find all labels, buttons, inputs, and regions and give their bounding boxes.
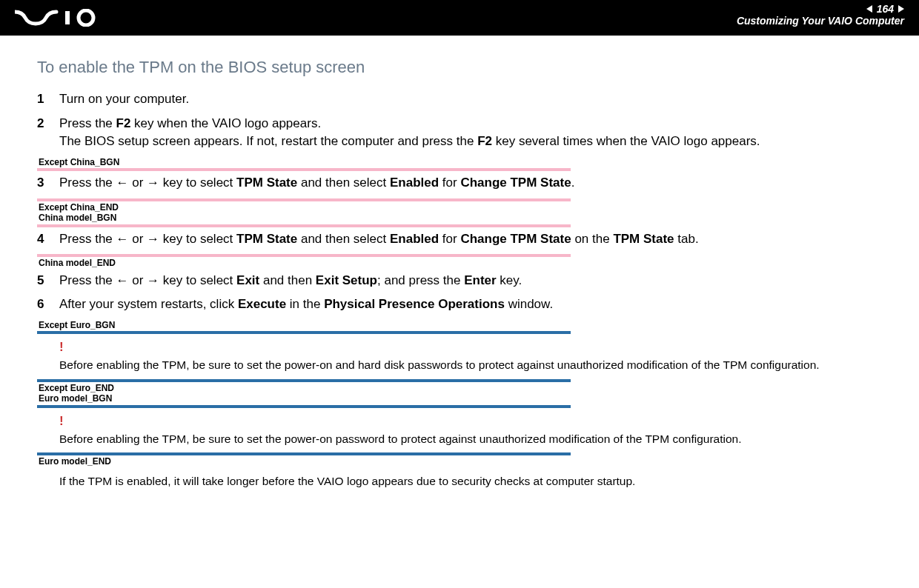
text: or: [129, 232, 147, 246]
header-right: 164 Customizing Your VAIO Computer: [737, 3, 904, 27]
bold: Enabled: [390, 232, 439, 246]
warning-icon: !: [59, 338, 882, 356]
text: key several times when the VAIO logo app…: [492, 134, 760, 148]
warning-text: Before enabling the TPM, be sure to set …: [59, 357, 882, 373]
document-body: To enable the TPM on the BIOS setup scre…: [0, 36, 919, 488]
text: for: [439, 176, 460, 190]
info-note: If the TPM is enabled, it will take long…: [59, 475, 882, 488]
marker-except-euro-end: Except Euro_END Euro model_BGN: [37, 379, 882, 408]
marker-label: Except Euro_END: [39, 383, 882, 393]
marker-except-euro-bgn: Except Euro_BGN: [37, 320, 882, 334]
bold: Exit Setup: [316, 273, 377, 287]
marker-except-china-bgn: Except China_BGN: [37, 157, 882, 171]
marker-label: China model_BGN: [39, 213, 882, 223]
page-heading: To enable the TPM on the BIOS setup scre…: [37, 58, 882, 77]
divider-blue: [37, 379, 571, 382]
step-text: Press the ← or → key to select Exit and …: [59, 272, 882, 290]
marker-except-china-end: Except China_END China model_BGN: [37, 198, 882, 227]
text: .: [571, 176, 575, 190]
step-text: Press the ← or → key to select TPM State…: [59, 174, 882, 193]
step-2: 2 Press the F2 key when the VAIO logo ap…: [37, 115, 882, 151]
marker-label: Except China_END: [39, 202, 882, 213]
step-6: 6 After your system restarts, click Exec…: [37, 295, 882, 314]
step-text: Turn on your computer.: [59, 90, 882, 109]
bold: Change TPM State: [460, 176, 571, 190]
document-header: 164 Customizing Your VAIO Computer: [0, 0, 919, 36]
step-number: 2: [37, 115, 59, 151]
marker-label: China model_END: [39, 258, 882, 268]
text: window.: [505, 297, 553, 311]
step-number: 3: [37, 174, 59, 193]
bold: Execute: [238, 297, 286, 311]
divider-blue: [37, 405, 571, 408]
right-arrow-icon: →: [147, 273, 159, 287]
divider-pink: [37, 168, 571, 171]
vaio-logo: [15, 9, 111, 27]
text: in the: [286, 297, 324, 311]
text: Press the: [59, 273, 116, 287]
marker-label: Except China_BGN: [39, 157, 882, 167]
text: key to select: [159, 273, 236, 287]
text: and then select: [297, 232, 390, 246]
text: key to select: [159, 232, 236, 246]
text: Press the: [59, 232, 116, 246]
marker-euro-model-end: Euro model_END: [37, 452, 882, 467]
step-number: 1: [37, 90, 59, 109]
text: Press the: [59, 116, 116, 130]
left-arrow-icon: ←: [116, 273, 129, 287]
text: key when the VAIO logo appears.: [130, 116, 321, 130]
page-number: 164: [877, 3, 894, 15]
key-f2: F2: [116, 116, 131, 130]
bold: TPM State: [236, 176, 297, 190]
warning-text: Before enabling the TPM, be sure to set …: [59, 431, 882, 447]
divider-pink: [37, 198, 571, 201]
left-arrow-icon: ←: [116, 232, 129, 246]
prev-page-icon[interactable]: [866, 5, 872, 13]
section-title: Customizing Your VAIO Computer: [737, 15, 904, 27]
text: tab.: [674, 232, 699, 246]
warning-2: ! Before enabling the TPM, be sure to se…: [59, 412, 882, 447]
page-nav: 164: [737, 3, 904, 15]
marker-label: Except Euro_BGN: [39, 320, 882, 330]
divider-blue: [37, 452, 571, 455]
key-f2: F2: [477, 134, 492, 148]
text: and then: [259, 273, 316, 287]
bold: Exit: [236, 273, 259, 287]
divider-blue: [37, 331, 571, 334]
marker-china-model-end: China model_END: [37, 254, 882, 268]
step-text: After your system restarts, click Execut…: [59, 295, 882, 314]
next-page-icon[interactable]: [898, 5, 904, 13]
text: Press the: [59, 176, 116, 190]
text: and then select: [297, 176, 390, 190]
svg-point-1: [79, 10, 93, 25]
step-4: 4 Press the ← or → key to select TPM Sta…: [37, 230, 882, 249]
text: The BIOS setup screen appears. If not, r…: [59, 134, 477, 148]
bold: Enter: [464, 273, 496, 287]
bold: TPM State: [236, 232, 297, 246]
text: on the: [571, 232, 614, 246]
bold: Physical Presence Operations: [324, 297, 505, 311]
svg-rect-0: [65, 11, 70, 24]
text: or: [129, 176, 147, 190]
vaio-logo-svg: [15, 9, 111, 27]
step-text: Press the ← or → key to select TPM State…: [59, 230, 882, 249]
marker-label: Euro model_END: [39, 456, 882, 467]
warning-icon: !: [59, 412, 882, 430]
text: key to select: [159, 176, 236, 190]
step-number: 5: [37, 272, 59, 290]
text: or: [129, 273, 147, 287]
divider-pink: [37, 254, 571, 257]
step-text: Press the F2 key when the VAIO logo appe…: [59, 115, 882, 151]
text: After your system restarts, click: [59, 297, 238, 311]
warning-1: ! Before enabling the TPM, be sure to se…: [59, 338, 882, 372]
right-arrow-icon: →: [147, 232, 159, 246]
bold: TPM State: [613, 232, 674, 246]
step-number: 6: [37, 295, 59, 314]
bold: Change TPM State: [460, 232, 571, 246]
text: for: [439, 232, 460, 246]
right-arrow-icon: →: [147, 176, 159, 190]
text: key.: [497, 273, 522, 287]
text: ; and press the: [377, 273, 464, 287]
bold: Enabled: [390, 176, 439, 190]
step-3: 3 Press the ← or → key to select TPM Sta…: [37, 174, 882, 193]
